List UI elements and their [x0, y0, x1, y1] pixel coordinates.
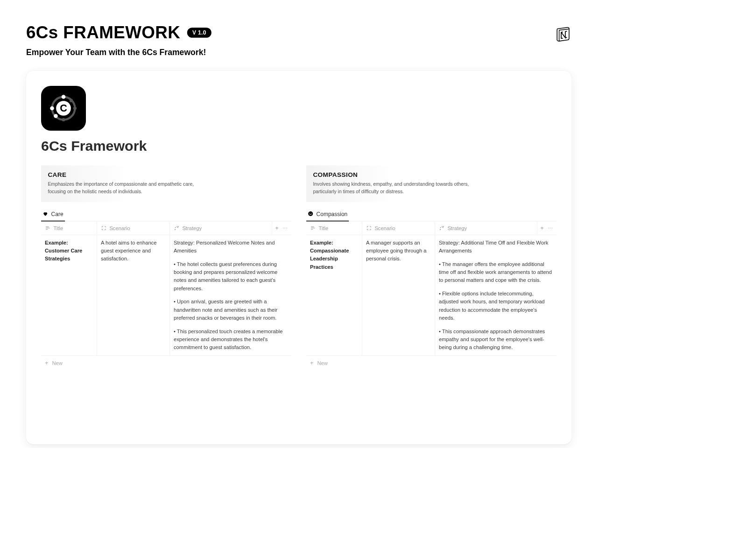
content-card: C 6Cs Framework CARE Emphasizes the impo… — [26, 71, 571, 444]
heart-icon — [42, 211, 48, 217]
svg-point-15 — [440, 229, 441, 230]
tab-compassion[interactable]: Compassion — [306, 209, 349, 221]
svg-point-7 — [70, 99, 73, 102]
column-title[interactable]: Title — [41, 221, 97, 235]
column-title[interactable]: Title — [306, 221, 362, 235]
title-prop-icon — [45, 225, 51, 231]
section-head-compassion: COMPASSION Involves showing kindness, em… — [306, 165, 557, 202]
cell-strategy[interactable]: Strategy: Personalized Welcome Notes and… — [170, 235, 291, 356]
svg-point-6 — [50, 106, 54, 111]
svg-text:C: C — [60, 102, 67, 114]
svg-point-13 — [311, 213, 311, 213]
expand-prop-icon — [101, 225, 107, 231]
table-row[interactable]: Example: Customer Care Strategies A hote… — [41, 235, 291, 356]
tab-label: Compassion — [317, 211, 348, 217]
svg-point-9 — [178, 226, 178, 227]
section-head-care: CARE Emphasizes the importance of compas… — [41, 165, 291, 202]
section-compassion: COMPASSION Involves showing kindness, em… — [306, 165, 557, 370]
add-column-button[interactable]: + — [275, 224, 278, 231]
tab-care[interactable]: Care — [41, 209, 65, 221]
version-badge: V 1.0 — [187, 28, 211, 38]
cell-strategy[interactable]: Strategy: Additional Time Off and Flexib… — [435, 235, 557, 356]
new-row-button[interactable]: + New — [41, 356, 291, 370]
svg-point-5 — [62, 118, 65, 121]
add-column-button[interactable]: + — [540, 224, 543, 231]
face-icon — [308, 211, 313, 217]
page-subtitle: Empower Your Team with the 6Cs Framework… — [26, 48, 211, 57]
column-scenario[interactable]: Scenario — [362, 221, 435, 235]
svg-point-10 — [175, 229, 176, 230]
cell-title[interactable]: Example: Compassionate Leadership Practi… — [306, 235, 362, 356]
table-row[interactable]: Example: Compassionate Leadership Practi… — [306, 235, 557, 356]
plus-icon: + — [310, 359, 313, 366]
svg-point-11 — [308, 211, 313, 216]
section-care: CARE Emphasizes the importance of compas… — [41, 165, 291, 370]
cell-scenario[interactable]: A manager supports an employee going thr… — [362, 235, 435, 356]
column-strategy[interactable]: Strategy — [435, 221, 537, 235]
column-scenario[interactable]: Scenario — [97, 221, 170, 235]
svg-point-14 — [443, 226, 444, 227]
new-row-button[interactable]: + New — [306, 356, 557, 370]
page-main-title: 6Cs FRAMEWORK — [26, 22, 180, 42]
title-prop-icon — [310, 225, 316, 231]
svg-point-12 — [310, 213, 310, 213]
table-options-button[interactable]: ⋯ — [282, 225, 289, 231]
column-strategy[interactable]: Strategy — [170, 221, 272, 235]
notion-logo-icon — [555, 25, 571, 42]
notion-page-title[interactable]: 6Cs Framework — [41, 138, 557, 154]
section-description: Involves showing kindness, empathy, and … — [313, 181, 470, 195]
cell-title[interactable]: Example: Customer Care Strategies — [41, 235, 97, 356]
tab-label: Care — [51, 211, 63, 217]
section-title: CARE — [48, 171, 284, 179]
table-header: Title Scenario Strategy — [306, 221, 557, 235]
sparkle-prop-icon — [439, 225, 445, 231]
table-options-button[interactable]: ⋯ — [548, 225, 554, 231]
app-icon: C — [41, 86, 86, 131]
svg-point-4 — [73, 106, 77, 110]
svg-point-3 — [62, 95, 66, 99]
expand-prop-icon — [366, 225, 372, 231]
svg-point-8 — [54, 114, 58, 118]
section-description: Emphasizes the importance of compassiona… — [48, 181, 204, 195]
cell-scenario[interactable]: A hotel aims to enhance guest experience… — [97, 235, 170, 356]
sparkle-prop-icon — [174, 225, 180, 231]
plus-icon: + — [45, 359, 48, 366]
section-title: COMPASSION — [313, 171, 550, 179]
table-header: Title Scenario Strategy — [41, 221, 291, 235]
